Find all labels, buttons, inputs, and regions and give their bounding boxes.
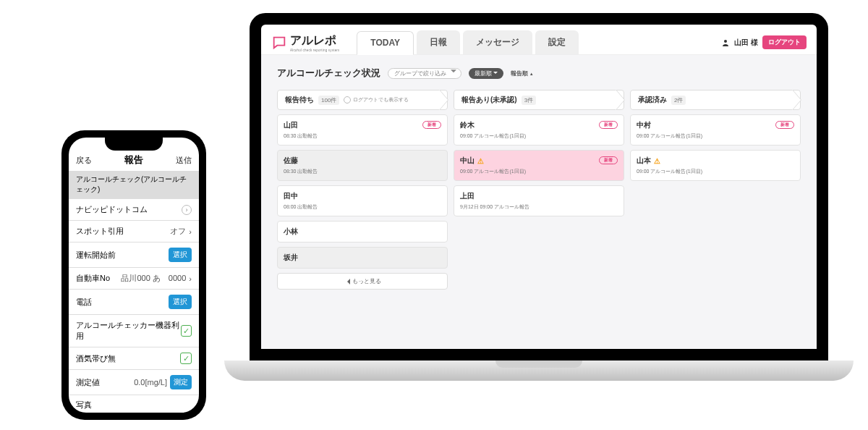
nav-tabs: TODAY 日報 メッセージ 設定: [357, 30, 579, 54]
speech-bubble-icon: [271, 35, 287, 51]
user-name: 山田 様: [734, 38, 758, 48]
row-value: 品川000 あ 0000: [121, 273, 186, 284]
logout-button[interactable]: ログアウト: [762, 35, 807, 49]
row-label: アルコールチェッカー機器利用: [76, 320, 181, 342]
row-label: 自動車No: [76, 273, 110, 284]
card-subtitle: 09:00 アルコール報告(1回目): [637, 168, 794, 175]
column-count: 2件: [671, 96, 686, 105]
report-card[interactable]: 坂井: [277, 247, 448, 269]
card-subtitle: 08:30 出勤報告: [284, 168, 441, 175]
row-device: アルコールチェッカー機器利用 ✓: [69, 315, 199, 347]
expand-icon: [344, 279, 350, 284]
row-company[interactable]: ナビッピドットコム ›: [69, 199, 199, 221]
column-approved: 承認済み 2件 新着 中村 09:00 アルコール報告(1回目) 山本⚠ 09:…: [630, 90, 801, 290]
row-value: 0.0[mg/L]: [134, 378, 167, 387]
report-card[interactable]: 田中 08:00 出勤報告: [277, 185, 448, 216]
measure-button[interactable]: 測定: [170, 375, 192, 389]
section-title: アルコールチェック状況: [277, 67, 380, 80]
chevron-right-icon: ›: [182, 205, 192, 215]
tab-messages[interactable]: メッセージ: [463, 30, 532, 54]
laptop-mock: アルレポ Alcohol check reporting system TODA…: [224, 13, 854, 381]
chevron-right-icon: ›: [189, 227, 192, 236]
new-badge: 新着: [422, 121, 441, 129]
phone-notch: [105, 138, 163, 151]
report-card[interactable]: 新着 中山⚠ 09:00 アルコール報告(1回目): [454, 150, 624, 181]
row-spot[interactable]: スポット引用 オフ›: [69, 221, 199, 243]
warning-icon: ⚠: [654, 157, 660, 165]
row-car-no[interactable]: 自動車No 品川000 あ 0000›: [69, 268, 199, 290]
select-button[interactable]: 選択: [169, 248, 192, 262]
card-name: 小林: [284, 227, 441, 237]
column-title: 報告待ち: [285, 95, 314, 105]
svg-point-0: [724, 40, 727, 43]
row-label: 写真: [69, 395, 199, 413]
user-icon: [721, 38, 730, 47]
report-card[interactable]: 山本⚠ 09:00 アルコール報告(1回目): [630, 150, 801, 181]
web-app: アルレポ Alcohol check reporting system TODA…: [261, 25, 817, 349]
column-header: 承認済み 2件: [630, 90, 801, 110]
back-button[interactable]: 戻る: [76, 155, 92, 166]
row-label: アルコールチェック(アルコールチェック): [76, 174, 192, 195]
card-name: 山本⚠: [637, 156, 794, 166]
report-card[interactable]: 新着 山田 08:30 出勤報告: [277, 114, 448, 146]
column-unapproved: 報告あり(未承認) 3件 新着 鈴木 09:00 アルコール報告(1回目) 新着…: [454, 90, 624, 290]
report-card[interactable]: 新着 中村 09:00 アルコール報告(1回目): [630, 114, 801, 146]
checkbox-checked[interactable]: ✓: [181, 325, 192, 337]
send-button[interactable]: 送信: [176, 155, 192, 166]
column-header: 報告あり(未承認) 3件: [454, 90, 624, 110]
card-name: 中山⚠: [460, 156, 618, 166]
card-name: 佐藤: [284, 156, 441, 166]
screen-title: 報告: [124, 153, 143, 166]
row-label: 酒気帯び無: [76, 353, 116, 364]
tab-settings[interactable]: 設定: [535, 30, 579, 54]
report-card[interactable]: 小林: [277, 221, 448, 243]
column-extra-option[interactable]: ログアウトでも表示する: [344, 96, 409, 104]
row-value: オフ: [170, 226, 186, 237]
load-more-button[interactable]: もっと見る: [277, 273, 448, 290]
chevron-right-icon: ›: [189, 274, 192, 283]
card-name: 坂井: [284, 253, 441, 263]
report-card[interactable]: 佐藤 08:30 出勤報告: [277, 150, 448, 181]
column-count: 100件: [318, 96, 339, 105]
kanban-columns: 報告待ち 100件 ログアウトでも表示する 新着 山田 08:30 出勤報告 佐…: [277, 90, 801, 290]
card-subtitle: 09:00 アルコール報告(1回目): [460, 168, 618, 175]
row-photo: 写真: [69, 395, 199, 413]
phone-mock: 戻る 報告 送信 アルコールチェック(アルコールチェック) ナビッピドットコム …: [61, 130, 206, 420]
row-no-alcohol: 酒気帯び無 ✓: [69, 347, 199, 370]
card-name: 田中: [284, 191, 441, 201]
row-measurement: 測定値 0.0[mg/L] 測定: [69, 370, 199, 395]
app-body: アルコールチェック状況 グループで絞り込み 最新順 報告順 報告待ち 1: [261, 55, 817, 349]
report-card[interactable]: 上田 9月12日 09:00 アルコール報告: [454, 185, 624, 216]
column-header: 報告待ち 100件 ログアウトでも表示する: [277, 90, 448, 110]
logo-subtitle: Alcohol check reporting system: [290, 49, 339, 52]
row-label: スポット引用: [76, 226, 124, 237]
card-subtitle: 9月12日 09:00 アルコール報告: [460, 203, 618, 211]
sort-order-label[interactable]: 報告順: [511, 69, 534, 77]
mobile-app: 戻る 報告 送信 アルコールチェック(アルコールチェック) ナビッピドットコム …: [69, 138, 199, 413]
new-badge: 新着: [599, 156, 618, 164]
app-logo: アルレポ Alcohol check reporting system: [271, 33, 339, 52]
row-check-category: アルコールチェック(アルコールチェック): [69, 171, 199, 199]
column-count: 3件: [522, 96, 536, 105]
row-label: 電話: [76, 297, 92, 308]
select-button[interactable]: 選択: [169, 295, 192, 309]
report-card[interactable]: 新着 鈴木 09:00 アルコール報告(1回目): [454, 114, 624, 146]
card-subtitle: 09:00 アルコール報告(1回目): [460, 132, 618, 140]
card-subtitle: 08:00 出勤報告: [284, 203, 441, 211]
new-badge: 新着: [775, 121, 794, 129]
card-subtitle: 09:00 アルコール報告(1回目): [637, 132, 794, 140]
card-name: 鈴木: [460, 120, 618, 130]
sort-newest-button[interactable]: 最新順: [469, 68, 503, 79]
checkbox-checked[interactable]: ✓: [180, 353, 192, 364]
card-name: 中村: [637, 120, 794, 130]
row-label: 運転開始前: [76, 250, 116, 261]
app-header: アルレポ Alcohol check reporting system TODA…: [261, 25, 817, 55]
row-label: ナビッピドットコム: [76, 204, 148, 215]
group-filter-select[interactable]: グループで絞り込み: [388, 68, 461, 79]
tab-daily-report[interactable]: 日報: [417, 30, 460, 54]
logo-text: アルレポ: [290, 33, 339, 49]
row-phone: 電話 選択: [69, 290, 199, 315]
tab-today[interactable]: TODAY: [357, 31, 414, 55]
card-name: 上田: [460, 191, 618, 201]
column-title: 承認済み: [638, 95, 667, 105]
